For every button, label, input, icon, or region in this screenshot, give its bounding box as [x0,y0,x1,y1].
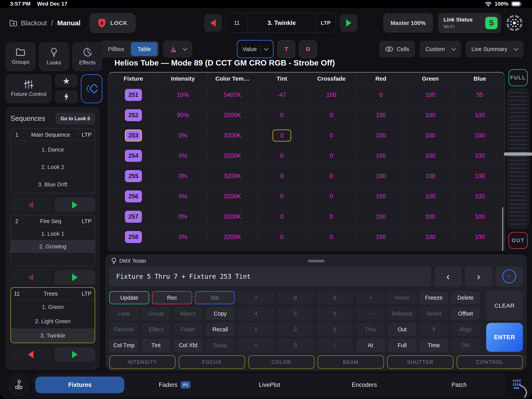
groups-button[interactable]: Groups [6,42,36,71]
key-effect[interactable]: Effect [141,323,171,336]
value-cell[interactable]: 100 [307,85,356,105]
value-display-dropdown[interactable]: Value [237,40,274,58]
palette-control[interactable]: CONTROL [457,355,523,369]
value-cell[interactable]: 100 [356,166,405,186]
palette-shutter[interactable]: SHUTTER [387,355,453,369]
quick-actions-button[interactable] [55,90,78,103]
value-cell[interactable]: 0 [307,146,356,166]
key-rec[interactable]: Rec [152,291,192,304]
sequence-prev-button[interactable] [10,270,51,285]
value-cell[interactable]: 100 [455,166,505,186]
fixture-cell[interactable]: 254 [109,146,158,166]
fixture-type-dropdown[interactable] [163,41,192,58]
key-7[interactable]: 7 [238,291,274,304]
value-cell[interactable]: 0 [257,105,307,125]
value-cell[interactable]: 100 [356,186,405,206]
fader-handle[interactable] [504,152,532,156]
key-out[interactable]: Out [388,323,417,336]
link-status-card[interactable]: Link Status Wi-Fi S [438,13,501,33]
value-cell[interactable]: 100 [405,207,455,227]
value-cell[interactable]: 100 [356,146,405,166]
enter-button[interactable]: ENTER [486,323,523,352]
value-cell[interactable]: 100 [356,227,405,247]
key-recall[interactable]: Recall [205,323,235,336]
value-cell[interactable]: 3200K [208,186,257,206]
value-cell[interactable]: 0 [257,146,307,166]
look-item[interactable]: 2. Look 2 [11,158,95,176]
tab-pillbox[interactable]: Pillbox [101,42,131,56]
grandmaster-full-button[interactable]: FULL [508,69,528,86]
nav-item-patch[interactable]: Patch [412,374,507,396]
palette-beam[interactable]: BEAM [318,355,384,369]
value-cell[interactable]: 0 [257,227,307,247]
sequence-prev-button[interactable] [10,198,51,212]
fixture-control-button[interactable]: Fixture Control [6,74,52,103]
command-send-button[interactable]: ↑ [495,266,523,286]
go-to-look-0-button[interactable]: Go to Look 0 [56,113,95,125]
fixture-chip[interactable]: 255 [125,170,142,182]
value-cell[interactable]: 0% [158,227,208,247]
nav-item-faders[interactable]: FadersP1 [127,374,222,396]
wheel-icon[interactable] [506,15,523,31]
key-9[interactable]: 9 [317,291,353,304]
key-5[interactable]: 5 [277,307,314,320]
cue-prev-button[interactable] [204,14,222,32]
fixture-cell[interactable]: 251 [109,85,158,105]
key-delete[interactable]: Delete [451,291,480,304]
value-cell[interactable]: 0 [307,166,356,186]
key--[interactable]: + [356,291,385,304]
value-cell[interactable]: 5407K [208,85,257,105]
command-history-next-button[interactable]: › [465,266,492,286]
value-cell[interactable]: 0 [307,105,356,125]
grandmaster-out-button[interactable]: OUT [508,232,528,249]
fixture-chip[interactable]: 258 [125,231,142,243]
key-go[interactable]: Go [195,291,235,304]
look-item[interactable]: 3. Twinkle [11,329,95,343]
value-cell[interactable]: 100 [405,85,455,105]
value-cell[interactable]: 100 [356,126,405,146]
value-cell[interactable]: 100 [405,227,455,247]
fixture-cell[interactable]: 258 [109,227,158,247]
table-scrollbar[interactable] [502,207,503,251]
value-cell[interactable]: 0% [158,207,208,227]
value-cell[interactable]: 100 [455,105,505,125]
active-effect-button[interactable] [81,74,102,103]
nav-active-pill[interactable]: Fixtures [35,377,124,393]
panel-drag-handle[interactable] [308,260,325,262]
value-cell[interactable]: 100 [455,146,505,166]
key-8[interactable]: 8 [277,291,314,304]
value-cell[interactable]: 0% [158,186,208,206]
fixture-cell[interactable]: 256 [109,186,158,206]
value-cell[interactable]: 3200K [208,227,257,247]
command-line-input[interactable]: Fixture 5 Thru 7 + Fixture 253 Tint [109,266,431,286]
tab-table[interactable]: Table [131,42,157,56]
favorites-button[interactable]: ★ [55,74,78,87]
key-look[interactable]: Look [109,307,139,320]
nav-item-fixtures[interactable]: Fixtures [32,374,127,396]
value-cell[interactable]: 3200K [208,207,257,227]
value-cell[interactable]: 3200K [208,105,257,125]
key-fader[interactable]: Fader [173,323,203,336]
sequence-card[interactable]: 1Main SequenceLTP1. Dance2. Look 23. Blu… [10,128,95,194]
value-cell[interactable]: 0% [158,146,208,166]
value-cell[interactable]: 100 [405,166,455,186]
value-cell[interactable]: 100 [405,105,455,125]
palette-color[interactable]: COLOR [248,355,315,369]
selected-value-outline[interactable]: 0 [272,130,291,141]
look-item[interactable]: 1. Look 1 [11,227,95,240]
fixture-cell[interactable]: 257 [109,207,158,227]
value-cell[interactable]: 100 [405,186,455,206]
key-freeze[interactable]: Freeze [419,291,448,304]
key-swap[interactable]: Swap [205,339,235,352]
value-cell[interactable]: 0 [257,207,307,227]
value-cell[interactable]: 3200K [208,126,257,146]
cue-next-button[interactable] [340,14,358,32]
key-group[interactable]: Group [141,307,171,320]
key-update[interactable]: Update [109,291,149,304]
value-cell[interactable]: 100 [455,126,505,146]
look-item[interactable]: 2. Light Green [11,314,95,329]
look-item[interactable]: 1. Green [11,300,95,314]
value-cell[interactable]: 0 [257,166,307,186]
key-1[interactable]: 1 [238,323,274,336]
value-cell[interactable]: 100 [455,227,505,247]
